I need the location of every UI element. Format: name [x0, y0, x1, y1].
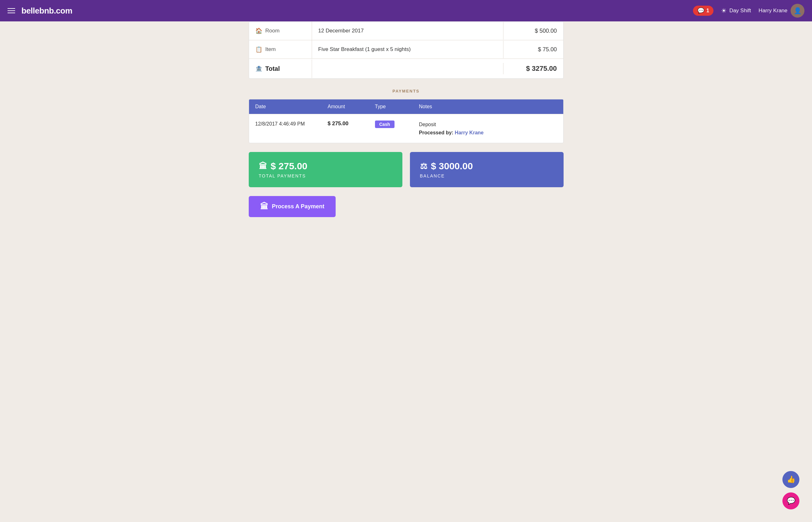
processed-by: Processed by: Harry Krane: [419, 129, 557, 137]
invoice-row-room: 🏠 Room 12 December 2017 $ 500.00: [249, 22, 563, 40]
process-payment-icon: 🏛: [260, 202, 268, 212]
payment-note-text: Deposit: [419, 121, 557, 129]
invoice-row-item: 📋 Item Five Star Breakfast (1 guest x 5 …: [249, 40, 563, 59]
invoice-table: 🏠 Room 12 December 2017 $ 500.00 📋 Item …: [249, 21, 564, 79]
payment-notes: Deposit Processed by: Harry Krane: [419, 121, 557, 137]
payments-table: Date Amount Type Notes 12/8/2017 4:46:49…: [249, 99, 564, 143]
cash-badge: Cash: [375, 121, 394, 128]
invoice-amount-room: $ 500.00: [503, 22, 563, 40]
invoice-type-total: 🏦 Total: [249, 59, 312, 78]
summary-cards: 🏛 $ 275.00 TOTAL PAYMENTS ⚖ $ 3000.00 BA…: [249, 152, 564, 187]
app-header: bellebnb.com 💬 1 ☀ Day Shift Harry Krane…: [0, 0, 812, 21]
app-logo: bellebnb.com: [21, 6, 73, 16]
invoice-type-room: 🏠 Room: [249, 22, 312, 40]
item-icon: 📋: [255, 46, 262, 53]
payment-row: 12/8/2017 4:46:49 PM $ 275.00 Cash Depos…: [249, 114, 563, 143]
invoice-total-amount: $ 3275.00: [503, 59, 563, 78]
invoice-amount-item: $ 75.00: [503, 41, 563, 59]
payments-table-header: Date Amount Type Notes: [249, 99, 563, 114]
invoice-type-item: 📋 Item: [249, 40, 312, 59]
user-name: Harry Krane: [758, 7, 788, 14]
shift-label: Day Shift: [729, 7, 751, 14]
process-payment-button[interactable]: 🏛 Process A Payment: [249, 196, 336, 217]
shift-info[interactable]: ☀ Day Shift: [721, 7, 751, 15]
payment-type: Cash: [375, 121, 419, 128]
thumbs-up-fab[interactable]: 👍: [782, 471, 799, 488]
avatar: 👤: [791, 4, 805, 18]
invoice-desc-total: [312, 63, 503, 74]
payments-section-title: PAYMENTS: [249, 89, 564, 94]
chat-icon: 💬: [697, 7, 704, 14]
chat-fab[interactable]: 💬: [782, 493, 799, 509]
scale-icon: ⚖: [420, 161, 427, 171]
bank-icon: 🏛: [259, 161, 267, 171]
main-content: 🏠 Room 12 December 2017 $ 500.00 📋 Item …: [243, 21, 570, 230]
col-header-type: Type: [375, 104, 419, 109]
total-payments-card: 🏛 $ 275.00 TOTAL PAYMENTS: [249, 152, 402, 187]
thumbs-up-icon: 👍: [787, 476, 795, 484]
col-header-amount: Amount: [328, 104, 375, 109]
balance-label: BALANCE: [420, 173, 554, 178]
chat-fab-icon: 💬: [787, 497, 795, 505]
balance-card: ⚖ $ 3000.00 BALANCE: [410, 152, 564, 187]
col-header-notes: Notes: [419, 104, 557, 109]
room-icon: 🏠: [255, 27, 262, 34]
invoice-row-total: 🏦 Total $ 3275.00: [249, 59, 563, 78]
invoice-desc-room: 12 December 2017: [312, 22, 503, 40]
balance-amount: ⚖ $ 3000.00: [420, 161, 554, 172]
payment-date: 12/8/2017 4:46:49 PM: [255, 121, 328, 127]
notification-badge[interactable]: 💬 1: [693, 6, 713, 16]
notification-count: 1: [706, 8, 709, 14]
processed-by-link[interactable]: Harry Krane: [455, 130, 484, 135]
payment-amount: $ 275.00: [328, 121, 375, 127]
header-right: 💬 1 ☀ Day Shift Harry Krane 👤: [693, 4, 805, 18]
total-payments-amount: 🏛 $ 275.00: [259, 161, 392, 172]
col-header-date: Date: [255, 104, 328, 109]
total-icon: 🏦: [255, 65, 262, 72]
user-info[interactable]: Harry Krane 👤: [758, 4, 805, 18]
fab-container: 👍 💬: [782, 471, 799, 509]
shift-icon: ☀: [721, 7, 727, 15]
invoice-desc-item: Five Star Breakfast (1 guest x 5 nights): [312, 41, 503, 58]
menu-button[interactable]: [7, 8, 15, 13]
total-payments-label: TOTAL PAYMENTS: [259, 173, 392, 178]
